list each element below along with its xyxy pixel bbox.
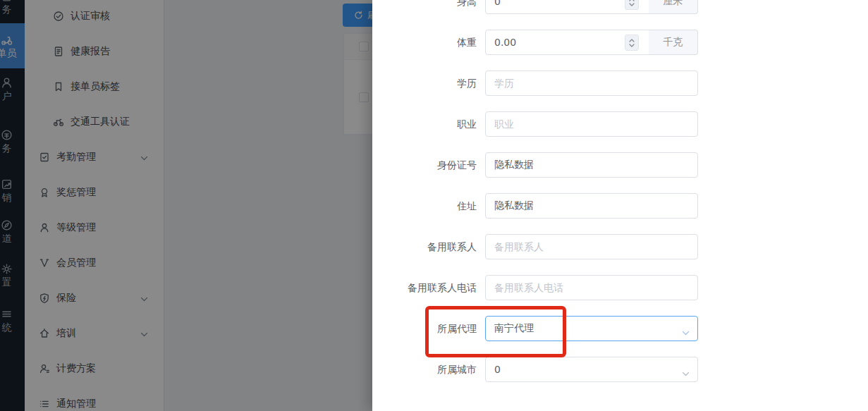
form-row-体重: 体重千克 (372, 30, 868, 55)
form-row-所属代理: 所属代理南宁代理 (372, 316, 868, 341)
form-row-身份证号: 身份证号 (372, 152, 868, 178)
unit-addon: 厘米 (649, 0, 698, 14)
spinner-up-icon[interactable] (629, 0, 635, 1)
form-row-学历: 学历 (372, 70, 868, 96)
身份证号-input[interactable] (485, 152, 698, 178)
field-label: 住址 (372, 193, 477, 219)
unit-addon: 千克 (649, 30, 698, 55)
select-value: 0 (494, 364, 501, 375)
chevron-down-icon (682, 372, 690, 376)
chevron-down-icon (682, 331, 690, 336)
备用联系人电话-input[interactable] (485, 275, 698, 300)
field-label: 职业 (372, 111, 477, 137)
spinner-down-icon[interactable] (629, 44, 635, 47)
field-label: 体重 (372, 30, 477, 55)
field-label: 身份证号 (372, 152, 477, 178)
职业-input[interactable] (485, 111, 698, 137)
form-row-所属城市: 所属城市0 (372, 357, 868, 382)
form-row-职业: 职业 (372, 111, 868, 137)
number-stepper[interactable] (625, 0, 639, 10)
field-label: 所属代理 (372, 316, 477, 341)
所属代理-select[interactable]: 南宁代理 (485, 316, 698, 341)
学历-input[interactable] (485, 70, 698, 96)
field-label: 备用联系人电话 (372, 275, 477, 300)
spinner-down-icon[interactable] (629, 3, 635, 6)
modal-dim-overlay[interactable] (0, 0, 372, 411)
field-label: 所属城市 (372, 357, 477, 382)
住址-input[interactable] (485, 193, 698, 219)
备用联系人-input[interactable] (485, 234, 698, 259)
form-row-住址: 住址 (372, 193, 868, 219)
edit-receiver-drawer: 身高厘米体重千克学历职业身份证号住址备用联系人备用联系人电话所属代理南宁代理所属… (372, 0, 868, 411)
form-row-身高: 身高厘米 (372, 0, 868, 14)
field-label: 备用联系人 (372, 234, 477, 259)
field-label: 身高 (372, 0, 477, 14)
number-stepper[interactable] (625, 35, 639, 51)
form-row-备用联系人: 备用联系人 (372, 234, 868, 259)
所属城市-select[interactable]: 0 (485, 357, 698, 382)
app-root: 务单员户务销道置统 认证审核健康报告接单员标签交通工具认证考勤管理奖惩管理等级管… (0, 0, 868, 411)
field-label: 学历 (372, 70, 477, 96)
spinner-up-icon[interactable] (629, 39, 635, 42)
select-value: 南宁代理 (494, 322, 534, 335)
form-row-备用联系人电话: 备用联系人电话 (372, 275, 868, 300)
